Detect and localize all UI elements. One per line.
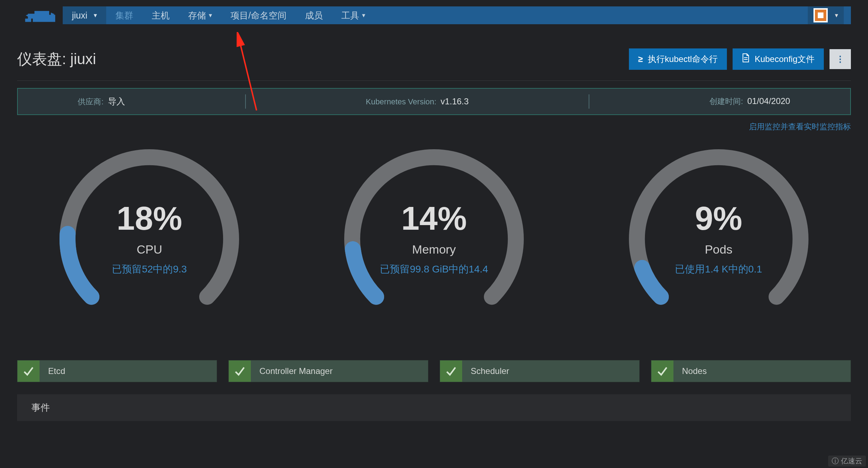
info-provider: 供应商: 导入 [78, 96, 125, 107]
kubeconfig-button[interactable]: Kubeconfig文件 [733, 48, 824, 70]
gauge-label: Memory [324, 243, 544, 256]
health-controller-manager[interactable]: Controller Manager [228, 360, 428, 382]
gauge-detail[interactable]: 已预留52中的9.3 [39, 262, 260, 276]
nav-tools[interactable]: 工具▾ [332, 6, 374, 24]
gauge-detail[interactable]: 已预留99.8 GiB中的14.4 [324, 262, 544, 276]
gauge-memory: 14% Memory 已预留99.8 GiB中的14.4 [324, 139, 544, 339]
chevron-down-icon: ▾ [835, 11, 838, 19]
gauge-detail[interactable]: 已使用1.4 K中的0.1 [608, 262, 829, 276]
nav-storage[interactable]: 存储▾ [179, 6, 221, 24]
terminal-icon: ≥ [638, 54, 643, 64]
kebab-icon: ⋮ [836, 54, 844, 64]
gauge-percent: 14% [324, 200, 544, 237]
gauge-pods: 9% Pods 已使用1.4 K中的0.1 [608, 139, 829, 339]
launch-kubectl-button[interactable]: ≥ 执行kubectl命令行 [629, 48, 727, 70]
check-icon [17, 360, 40, 382]
divider [245, 94, 246, 109]
nav-cluster[interactable]: 集群 [106, 6, 143, 24]
user-menu[interactable]: ▾ [808, 6, 844, 24]
chevron-down-icon: ▾ [362, 11, 365, 19]
info-created: 创建时间: 01/04/2020 [709, 96, 790, 107]
chevron-down-icon: ▾ [209, 11, 212, 19]
gauge-label: CPU [39, 243, 260, 256]
check-icon [229, 360, 251, 382]
health-scheduler[interactable]: Scheduler [440, 360, 640, 382]
gauge-arc [50, 139, 249, 339]
avatar [813, 8, 828, 22]
gauge-cpu: 18% CPU 已预留52中的9.3 [39, 139, 260, 339]
resource-gauges: 18% CPU 已预留52中的9.3 14% Memory 已预留99.8 Gi… [7, 139, 861, 339]
file-icon [742, 53, 750, 65]
check-icon [651, 360, 673, 382]
divider [17, 80, 851, 81]
enable-monitoring-link[interactable]: 启用监控并查看实时监控指标 [0, 121, 851, 132]
nav-hosts[interactable]: 主机 [143, 6, 179, 24]
page-title: 仪表盘: jiuxi [17, 49, 96, 69]
cluster-name: jiuxi [72, 10, 87, 21]
gauge-percent: 9% [608, 200, 829, 237]
health-nodes[interactable]: Nodes [651, 360, 851, 382]
more-actions-button[interactable]: ⋮ [830, 49, 851, 69]
cluster-info-strip: 供应商: 导入 Kubernetes Version: v1.16.3 创建时间… [17, 88, 851, 115]
cloud-icon: ⓘ [832, 456, 839, 466]
events-panel-header[interactable]: 事件 [17, 394, 851, 421]
gauge-percent: 18% [39, 200, 260, 237]
gauge-arc [334, 139, 534, 339]
nav-members[interactable]: 成员 [296, 6, 332, 24]
cluster-selector[interactable]: jiuxi ▾ [63, 6, 106, 24]
rancher-logo[interactable] [17, 6, 63, 24]
component-health: Etcd Controller Manager Scheduler Nodes [17, 360, 851, 382]
info-k8s-version: Kubernetes Version: v1.16.3 [366, 97, 469, 106]
nav-projects-namespaces[interactable]: 项目/命名空间 [221, 6, 296, 24]
gauge-label: Pods [608, 243, 829, 256]
check-icon [440, 360, 462, 382]
watermark: ⓘ 亿速云 [828, 456, 866, 467]
gauge-arc [619, 139, 818, 339]
divider [589, 94, 589, 109]
health-etcd[interactable]: Etcd [17, 360, 217, 382]
top-nav: jiuxi ▾ 集群 主机 存储▾ 项目/命名空间 成员 工具▾ ▾ [63, 6, 851, 24]
chevron-down-icon: ▾ [94, 11, 97, 19]
